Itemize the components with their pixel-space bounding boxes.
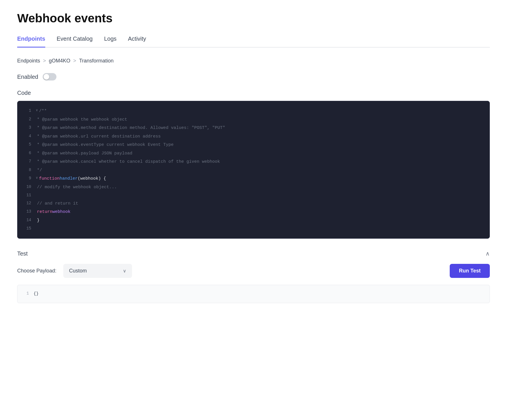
code-line-7: 7 * @param webhook.cancel whether to can… xyxy=(17,158,490,166)
code-editor[interactable]: 1∨ /** 2 * @param webhook the webhook ob… xyxy=(17,101,490,239)
code-line-15: 15 xyxy=(17,225,490,233)
code-line-10: 10 // modify the webhook object... xyxy=(17,183,490,192)
breadcrumb-sep-1: > xyxy=(43,58,46,64)
breadcrumb-sep-2: > xyxy=(73,58,76,64)
code-line-11: 11 xyxy=(17,191,490,199)
json-line-1: 1 {} xyxy=(17,290,490,298)
select-chevron-down-icon: ∨ xyxy=(123,268,126,274)
code-line-13: 13 return webhook xyxy=(17,208,490,216)
code-line-14: 14 } xyxy=(17,216,490,225)
tab-endpoints[interactable]: Endpoints xyxy=(17,36,45,48)
run-test-area: Run Test xyxy=(139,264,490,278)
test-title: Test xyxy=(17,250,28,257)
tab-event-catalog[interactable]: Event Catalog xyxy=(57,36,93,48)
payload-select[interactable]: Custom ∨ xyxy=(63,264,132,278)
breadcrumb: Endpoints > gOM4KO > Transformation xyxy=(17,58,490,64)
test-header: Test ∧ xyxy=(17,250,490,257)
code-label: Code xyxy=(17,90,490,96)
breadcrumb-endpoint-id[interactable]: gOM4KO xyxy=(49,58,70,64)
tab-activity[interactable]: Activity xyxy=(128,36,146,48)
payload-label: Choose Payload: xyxy=(17,268,56,274)
toggle-track xyxy=(43,73,56,81)
collapse-icon[interactable]: ∧ xyxy=(486,250,490,257)
code-line-9: 9∨ function handler(webhook) { xyxy=(17,174,490,183)
code-line-8: 8 */ xyxy=(17,166,490,175)
code-line-6: 6 * @param webhook.payload JSON payload xyxy=(17,149,490,158)
payload-row: Choose Payload: Custom ∨ Run Test xyxy=(17,264,490,278)
run-test-button[interactable]: Run Test xyxy=(450,264,490,278)
json-content: {} xyxy=(34,290,39,298)
enabled-label: Enabled xyxy=(17,74,38,80)
tabs-nav: Endpoints Event Catalog Logs Activity xyxy=(17,36,490,48)
test-section: Test ∧ Choose Payload: Custom ∨ Run Test… xyxy=(17,250,490,303)
payload-selected-value: Custom xyxy=(69,268,87,274)
code-line-2: 2 * @param webhook the webhook object xyxy=(17,115,490,124)
enabled-toggle[interactable] xyxy=(43,73,56,81)
tab-logs[interactable]: Logs xyxy=(104,36,116,48)
breadcrumb-transformation: Transformation xyxy=(79,58,113,64)
code-line-3: 3 * @param webhook.method destination me… xyxy=(17,124,490,132)
code-line-4: 4 * @param webhook.url current destinati… xyxy=(17,132,490,141)
code-line-5: 5 * @param webhook.eventType current web… xyxy=(17,141,490,149)
code-line-1: 1∨ /** xyxy=(17,107,490,115)
toggle-thumb xyxy=(44,74,49,80)
json-preview[interactable]: 1 {} xyxy=(17,285,490,303)
code-line-12: 12 // and return it xyxy=(17,199,490,208)
page-title: Webhook events xyxy=(17,11,490,25)
breadcrumb-endpoints[interactable]: Endpoints xyxy=(17,58,40,64)
enabled-row: Enabled xyxy=(17,73,490,81)
